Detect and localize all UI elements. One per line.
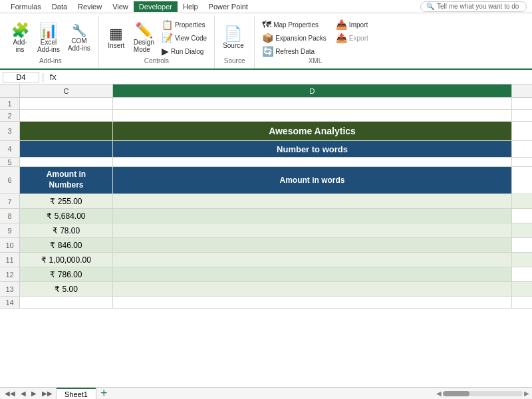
table-row: 1 [0, 98, 532, 110]
row-num-10: 10 [0, 238, 20, 252]
refresh-data-button[interactable]: 🔄 Refresh Data [260, 45, 329, 57]
scroll-right-arrow[interactable]: ▶ [524, 390, 529, 397]
design-mode-label: DesignMode [134, 39, 154, 53]
amount-846: ₹ 846.00 [50, 241, 82, 250]
cell-12-d[interactable] [113, 267, 512, 281]
cell-5-c[interactable] [20, 158, 113, 166]
cell-11-d[interactable] [113, 253, 512, 267]
properties-button[interactable]: 📋 Properties [160, 19, 209, 31]
cell-1-c[interactable] [20, 98, 113, 109]
controls-group-label: Controls [104, 57, 209, 66]
cell-5-d[interactable] [113, 158, 512, 166]
cell-6-d[interactable]: Amount in words [113, 167, 512, 194]
cell-11-c[interactable]: ₹ 1,00,000.00 [20, 253, 113, 267]
tab-nav-prev[interactable]: ◀ [19, 390, 28, 397]
cell-13-d[interactable] [113, 282, 512, 296]
tab-nav-last[interactable]: ▶▶ [40, 390, 55, 397]
expansion-packs-button[interactable]: 📦 Expansion Packs [260, 32, 329, 44]
table-row: 12 ₹ 786.00 [0, 267, 532, 282]
menu-power-point[interactable]: Power Point [203, 1, 253, 12]
sheet-tab-sheet1[interactable]: Sheet1 [56, 388, 96, 400]
cell-6-c[interactable]: Amount inNumbers [20, 167, 113, 194]
scroll-left-arrow[interactable]: ◀ [436, 390, 442, 397]
map-properties-button[interactable]: 🗺 Map Properties [260, 19, 329, 31]
cell-8-d[interactable] [113, 209, 512, 223]
refresh-data-icon: 🔄 [262, 46, 273, 57]
cell-1-d[interactable] [113, 98, 512, 109]
cell-14-c[interactable] [20, 297, 113, 308]
fx-label: fx [47, 72, 59, 82]
horizontal-scrollbar[interactable] [443, 391, 523, 396]
table-row: 3 Awesome Analytics [0, 122, 532, 141]
table-row: 14 [0, 297, 532, 309]
excel-add-ins-button[interactable]: 📊 ExcelAdd-ins [35, 22, 63, 55]
cell-2-c[interactable] [20, 110, 113, 121]
cell-9-d[interactable] [113, 223, 512, 237]
row-num-9: 9 [0, 223, 20, 237]
view-code-label: View Code [175, 35, 207, 42]
source-buttons: 📄 Source [220, 19, 247, 57]
cell-3-c[interactable] [20, 122, 113, 140]
menu-formulas[interactable]: Formulas [5, 1, 47, 12]
row-num-11: 11 [0, 253, 20, 267]
row-num-1: 1 [0, 98, 20, 109]
design-mode-button[interactable]: ✏️ DesignMode [131, 22, 157, 55]
cell-10-d[interactable] [113, 238, 512, 252]
import-button[interactable]: 📥 Import [334, 19, 370, 31]
add-ins-button[interactable]: 🧩 Add-ins [8, 22, 32, 55]
source-icon: 📄 [224, 27, 242, 41]
add-sheet-button[interactable]: + [100, 386, 108, 399]
cell-13-c[interactable]: ₹ 5.00 [20, 282, 113, 296]
table-row: 5 [0, 158, 532, 167]
cell-7-d[interactable] [113, 194, 512, 208]
export-icon: 📤 [336, 33, 347, 43]
cell-9-c[interactable]: ₹ 78.00 [20, 223, 113, 237]
table-row: 10 ₹ 846.00 [0, 238, 532, 253]
amount-5684: ₹ 5,684.00 [47, 211, 85, 221]
cell-8-c[interactable]: ₹ 5,684.00 [20, 209, 113, 223]
formula-input[interactable] [62, 72, 529, 82]
col-headers: C D [0, 84, 532, 98]
source-button[interactable]: 📄 Source [220, 25, 247, 51]
properties-icon: 📋 [162, 19, 173, 30]
export-button[interactable]: 📤 Export [334, 32, 370, 44]
insert-label: Insert [108, 42, 124, 49]
view-code-button[interactable]: 📝 View Code [160, 32, 209, 44]
menu-developer[interactable]: Developer [134, 1, 178, 12]
cell-3-d[interactable]: Awesome Analytics [113, 122, 512, 140]
spreadsheet-area: C D 1 2 3 Awesome Analytics 4 [0, 84, 532, 387]
search-placeholder: Tell me what you want to do [437, 3, 519, 10]
title-awesome-analytics: Awesome Analytics [269, 126, 356, 136]
name-box[interactable] [3, 72, 39, 82]
refresh-data-label: Refresh Data [275, 48, 315, 55]
menu-data[interactable]: Data [47, 1, 72, 12]
tab-nav-first[interactable]: ◀◀ [3, 390, 17, 397]
amount-78: ₹ 78.00 [53, 226, 80, 235]
insert-button[interactable]: ▦ Insert [104, 25, 128, 51]
row-num-13: 13 [0, 282, 20, 296]
map-properties-label: Map Properties [273, 21, 319, 29]
expansion-packs-label: Expansion Packs [275, 35, 327, 42]
tab-nav-next[interactable]: ▶ [29, 390, 39, 397]
menu-view[interactable]: View [107, 1, 134, 12]
cell-7-c[interactable]: ₹ 255.00 [20, 194, 113, 208]
cell-10-c[interactable]: ₹ 846.00 [20, 238, 113, 252]
cell-4-c[interactable] [20, 141, 113, 157]
run-dialog-button[interactable]: ▶ Run Dialog [160, 45, 209, 57]
cell-4-d[interactable]: Number to words [113, 141, 512, 157]
menu-bar: Formulas Data Review View Developer Help… [0, 0, 532, 13]
menu-review[interactable]: Review [72, 1, 107, 12]
controls-small-buttons: 📋 Properties 📝 View Code ▶ Run Dialog [160, 19, 209, 57]
menu-help[interactable]: Help [178, 1, 203, 12]
search-bar[interactable]: 🔍 Tell me what you want to do [420, 1, 527, 12]
table-row: 4 Number to words [0, 141, 532, 158]
cell-14-d[interactable] [113, 297, 512, 308]
cell-2-d[interactable] [113, 110, 512, 121]
tab-bar: ◀◀ ◀ ▶ ▶▶ Sheet1 + [3, 388, 107, 399]
ribbon-group-addins: 🧩 Add-ins 📊 ExcelAdd-ins 🔧 COMAdd-ins Ad… [3, 16, 99, 68]
source-group-label: Source [220, 57, 249, 66]
xml-group-label: XML [260, 57, 370, 66]
com-add-ins-button[interactable]: 🔧 COMAdd-ins [65, 23, 93, 53]
cell-12-c[interactable]: ₹ 786.00 [20, 267, 113, 281]
add-ins-label: Add-ins [13, 39, 27, 53]
